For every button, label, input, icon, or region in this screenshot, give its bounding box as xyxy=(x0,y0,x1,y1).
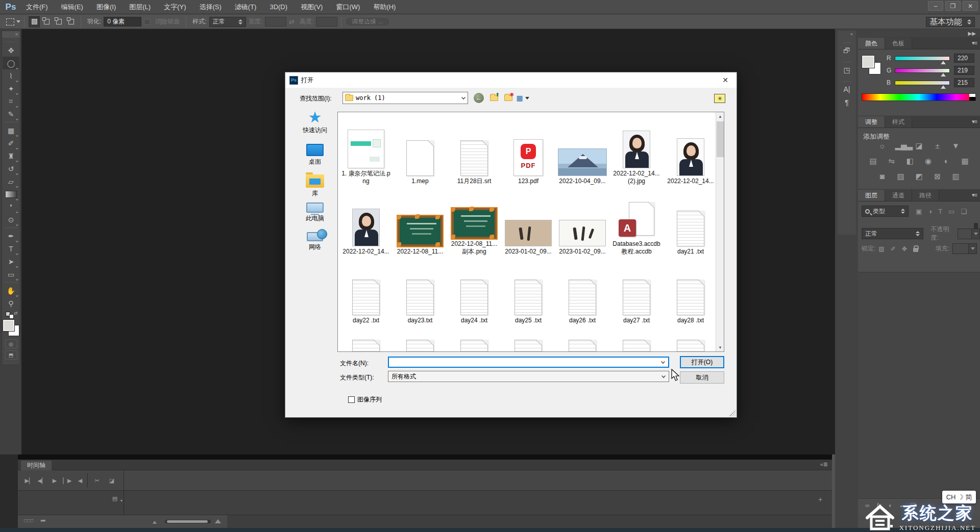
file-item[interactable]: day21 .txt xyxy=(664,186,718,256)
file-item[interactable]: day25 .txt xyxy=(501,276,555,324)
adjustment-icon[interactable]: ▦ xyxy=(960,157,971,166)
file-item[interactable] xyxy=(393,335,447,352)
blend-mode-dropdown[interactable]: 正常 xyxy=(862,228,923,239)
lock-icon[interactable]: ✥ xyxy=(902,245,907,252)
adjustment-icon[interactable]: ▤ xyxy=(868,157,879,166)
hand-tool[interactable]: ✋ xyxy=(3,284,19,297)
color-swatches[interactable] xyxy=(3,320,20,337)
transport-button[interactable]: ◀▏ xyxy=(36,475,48,486)
split-clip-icon[interactable]: ✂ xyxy=(91,475,103,486)
layer-filter-icon[interactable]: ▣ xyxy=(916,208,922,215)
height-input[interactable] xyxy=(316,17,337,27)
intersect-selection-button[interactable] xyxy=(65,16,77,28)
layer-filter-icon[interactable]: ❏ xyxy=(961,208,967,215)
file-item[interactable]: day27 .txt xyxy=(609,276,664,324)
pen-tool[interactable]: ✒ xyxy=(3,230,19,242)
menu-item[interactable]: 视图(V) xyxy=(294,0,329,14)
sidebar-item-desktop[interactable]: 桌面 xyxy=(293,144,336,166)
lasso-tool[interactable]: ⌇ xyxy=(3,69,19,82)
file-item[interactable]: day26 .txt xyxy=(555,276,609,324)
menu-item[interactable]: 文字(Y) xyxy=(157,0,192,14)
move-tool[interactable]: ✥ xyxy=(3,44,19,57)
file-item[interactable]: 2022-12-02_14... xyxy=(664,115,718,185)
adjustment-icon[interactable]: ◐ xyxy=(941,157,952,166)
file-item[interactable]: day22 .txt xyxy=(339,276,393,324)
frame-view-icon[interactable]: □□□ xyxy=(24,518,34,523)
tool-preset-icon[interactable] xyxy=(6,18,14,26)
menu-item[interactable]: 3D(D) xyxy=(263,0,294,14)
quick-mask-button[interactable]: ◎ xyxy=(5,339,17,348)
back-button[interactable]: ← xyxy=(472,92,485,104)
cancel-button[interactable]: 取消 xyxy=(680,371,724,384)
file-item[interactable]: day24 .txt xyxy=(447,276,501,324)
filename-combobox[interactable] xyxy=(388,357,669,368)
tab-paths[interactable]: 路径 xyxy=(912,190,939,201)
menu-item[interactable]: 窗口(W) xyxy=(329,0,366,14)
new-selection-button[interactable] xyxy=(29,16,40,28)
menu-item[interactable]: 图层(L) xyxy=(122,0,157,14)
adjustment-icon[interactable]: ▂▅▃ xyxy=(895,141,906,150)
shape-tool[interactable]: ▭ xyxy=(3,268,19,281)
style-dropdown[interactable]: 正常 xyxy=(209,17,246,27)
lookin-combobox[interactable]: work (1) xyxy=(342,92,468,104)
toolbar-collapse-icon[interactable]: » xyxy=(2,31,20,38)
transport-button[interactable]: ▶ xyxy=(48,475,61,486)
menu-item[interactable]: 文件(F) xyxy=(19,0,55,14)
adjustment-icon[interactable]: ☼ xyxy=(877,141,888,150)
close-button[interactable]: ✕ xyxy=(963,1,978,11)
layer-filter-icon[interactable]: ▭ xyxy=(948,208,954,215)
history-panel-button[interactable]: 🗗 xyxy=(839,44,854,57)
panel-menu-icon[interactable]: ▾≡ xyxy=(972,192,977,198)
channel-value-b[interactable]: 215 xyxy=(954,78,974,87)
panel-menu-icon[interactable]: ▾≡ xyxy=(972,40,977,46)
add-selection-button[interactable] xyxy=(41,16,52,28)
quick-select-tool[interactable]: ✦ xyxy=(3,82,19,95)
panel-color-swatches[interactable] xyxy=(862,56,883,76)
file-item[interactable]: 2023-01-02_09... xyxy=(501,186,555,256)
ime-language-badge[interactable]: CH ☽ 简 xyxy=(942,491,976,503)
file-item[interactable]: 2022-12-02_14... (2).jpg xyxy=(609,115,664,185)
menu-item[interactable]: 滤镜(T) xyxy=(228,0,263,14)
channel-value-g[interactable]: 219 xyxy=(954,66,974,75)
channel-slider-r[interactable] xyxy=(895,56,950,61)
blur-tool[interactable]: ❜ xyxy=(3,200,19,213)
favorites-folder-icon[interactable]: ✳ xyxy=(714,94,725,103)
adjustment-icon[interactable]: ◧ xyxy=(904,157,916,166)
workspace-switcher[interactable]: 基本功能 xyxy=(926,17,975,27)
zoom-out-thumbnails-icon[interactable] xyxy=(153,521,157,524)
file-item[interactable]: day28 .txt xyxy=(664,276,718,324)
open-button[interactable]: 打开(O) xyxy=(680,356,724,368)
swap-colors-icon[interactable]: ⇄ xyxy=(5,311,18,319)
tab-swatches[interactable]: 色板 xyxy=(885,38,912,49)
toolbar-grip[interactable]: ,,,,,,,, xyxy=(5,39,18,43)
crop-tool[interactable]: ⌗ xyxy=(3,95,19,108)
adjustment-icon[interactable]: ▼ xyxy=(950,141,962,150)
subtract-selection-button[interactable] xyxy=(53,16,64,28)
file-item[interactable] xyxy=(609,335,664,352)
layer-filter-icon[interactable]: ◑ xyxy=(928,208,932,215)
adjustment-icon[interactable]: ◉ xyxy=(923,157,934,166)
panel-menu-icon[interactable]: ▾≡ xyxy=(972,118,977,125)
adjustment-icon[interactable]: ◙ xyxy=(877,172,888,181)
tab-styles[interactable]: 样式 xyxy=(885,116,912,128)
transition-icon[interactable]: ◪ xyxy=(106,475,118,486)
menu-item[interactable]: 编辑(E) xyxy=(55,0,90,14)
lock-all-icon[interactable] xyxy=(913,248,918,252)
tab-adjustments[interactable]: 调整 xyxy=(858,116,885,128)
file-item[interactable]: 2022-12-02_14... xyxy=(339,186,393,256)
fill-dropdown[interactable] xyxy=(952,243,977,254)
swap-dimensions-icon[interactable]: ⇄ xyxy=(289,18,295,26)
path-select-tool[interactable]: ➤ xyxy=(3,255,19,268)
adjustment-icon[interactable]: ⊠ xyxy=(932,172,943,181)
sidebar-item-star[interactable]: ★快速访问 xyxy=(293,110,336,135)
transport-button[interactable]: ▶▏ xyxy=(23,475,35,486)
slider-thumb[interactable] xyxy=(941,61,946,64)
collapse-panels-icon[interactable]: ▶▶ xyxy=(968,31,976,36)
screen-mode-button[interactable]: ⬒ xyxy=(5,350,17,360)
tool-preset-dropdown-icon[interactable] xyxy=(16,20,20,23)
character-panel-button[interactable]: A| xyxy=(839,83,854,96)
paragraph-panel-button[interactable]: ¶ xyxy=(839,96,854,109)
layer-filter-icon[interactable]: T xyxy=(938,208,942,215)
sidebar-item-folder[interactable]: 库 xyxy=(293,174,336,198)
file-item[interactable]: 1.mep xyxy=(393,115,447,185)
